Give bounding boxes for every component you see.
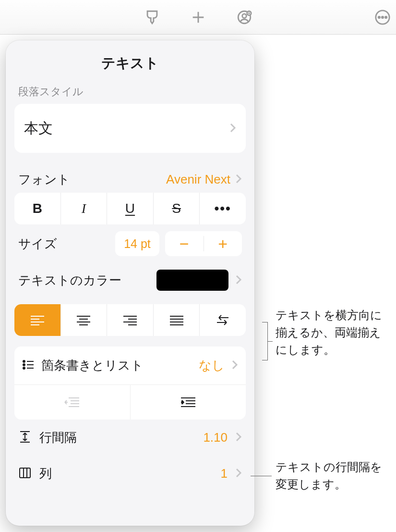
list-icon	[22, 359, 35, 373]
more-icon[interactable]	[373, 8, 392, 27]
chevron-right-icon	[235, 430, 242, 445]
line-spacing-value: 1.10	[202, 430, 228, 445]
size-value[interactable]: 14 pt	[115, 231, 159, 256]
paragraph-style-label: 段落スタイル	[14, 85, 246, 104]
paragraph-style-select[interactable]: 本文	[14, 104, 246, 153]
svg-point-4	[378, 16, 380, 18]
font-row[interactable]: フォント Avenir Next	[14, 166, 246, 193]
size-minus-button[interactable]: −	[165, 231, 204, 256]
underline-button[interactable]: U	[107, 193, 154, 224]
columns-value: 1	[202, 466, 228, 481]
font-label: フォント	[18, 171, 161, 188]
svg-point-23	[23, 360, 25, 362]
indent-button[interactable]	[131, 385, 246, 420]
svg-point-1	[242, 13, 246, 17]
size-plus-button[interactable]: +	[204, 231, 242, 256]
text-color-swatch[interactable]	[156, 270, 228, 291]
alignment-segment	[14, 304, 246, 336]
size-label: サイズ	[18, 235, 109, 252]
align-justify-button[interactable]	[154, 304, 200, 336]
svg-point-6	[385, 16, 386, 18]
svg-point-5	[382, 16, 383, 18]
align-center-button[interactable]	[61, 304, 108, 336]
collaborate-icon[interactable]	[235, 8, 254, 27]
bullets-lists-row[interactable]: 箇条書きとリスト なし	[14, 346, 246, 385]
text-color-row[interactable]: テキストのカラー	[14, 263, 246, 297]
strikethrough-button[interactable]: S	[154, 193, 200, 224]
align-left-button[interactable]	[14, 304, 61, 336]
callout-connector	[268, 341, 273, 342]
callout-bracket	[262, 322, 268, 360]
size-stepper: − +	[165, 231, 242, 256]
outdent-button[interactable]	[14, 385, 131, 420]
chevron-right-icon	[229, 121, 236, 136]
bold-button[interactable]: B	[14, 193, 61, 224]
alignment-callout: テキストを横方向に揃えるか、両端揃えにします。	[276, 307, 391, 359]
columns-icon	[18, 466, 32, 482]
chevron-right-icon	[235, 273, 242, 288]
text-format-popover: テキスト 段落スタイル 本文 フォント Avenir Next B I U S …	[6, 40, 254, 526]
top-toolbar	[0, 0, 396, 35]
columns-label: 列	[39, 465, 194, 482]
columns-row[interactable]: 列 1	[14, 456, 246, 492]
align-right-button[interactable]	[107, 304, 154, 336]
chevron-right-icon	[231, 358, 238, 373]
font-value: Avenir Next	[166, 172, 230, 187]
line-spacing-icon	[18, 430, 32, 445]
line-spacing-label: 行間隔	[39, 429, 194, 446]
callout-connector	[251, 476, 272, 476]
more-text-options-button[interactable]: •••	[200, 193, 246, 224]
format-brush-icon[interactable]	[143, 8, 162, 27]
svg-point-27	[23, 367, 25, 369]
bullets-value: なし	[199, 357, 225, 374]
spacing-callout: テキストの行間隔を変更します。	[276, 458, 391, 493]
svg-point-25	[23, 364, 25, 366]
line-spacing-row[interactable]: 行間隔 1.10	[14, 420, 246, 456]
chevron-right-icon	[235, 172, 242, 187]
bullets-label: 箇条書きとリスト	[41, 357, 192, 374]
italic-button[interactable]: I	[61, 193, 108, 224]
font-style-segment: B I U S •••	[14, 193, 246, 224]
text-direction-button[interactable]	[200, 304, 246, 336]
chevron-right-icon	[235, 466, 242, 481]
svg-rect-40	[20, 468, 30, 478]
text-color-label: テキストのカラー	[18, 272, 150, 289]
plus-icon[interactable]	[189, 8, 208, 27]
paragraph-style-value: 本文	[24, 119, 229, 138]
popover-title: テキスト	[14, 54, 246, 73]
